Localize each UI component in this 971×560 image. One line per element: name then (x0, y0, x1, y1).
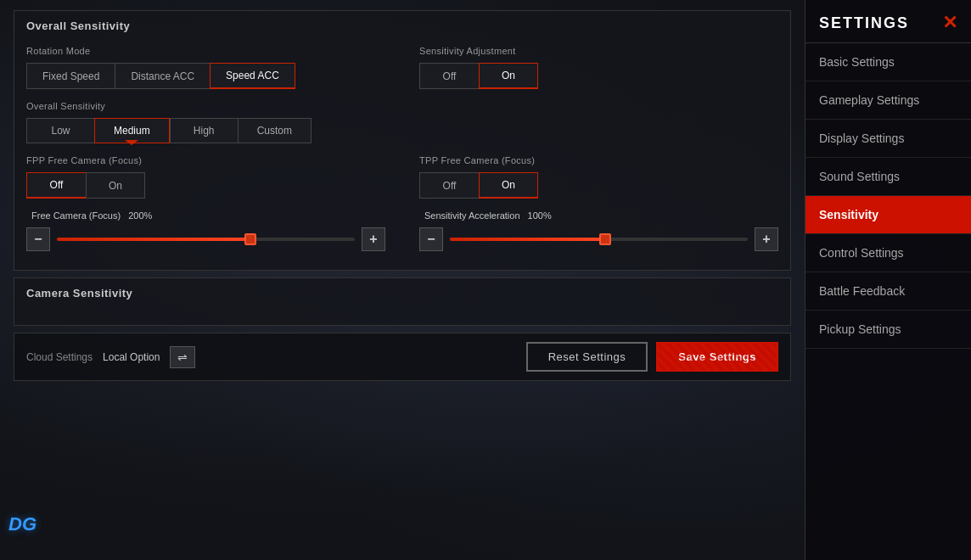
reset-settings-button[interactable]: Reset Settings (526, 342, 648, 372)
sidebar-label-pickup-settings: Pickup Settings (819, 322, 901, 336)
sidebar-item-sound-settings[interactable]: Sound Settings (805, 158, 971, 196)
fpp-on-btn[interactable]: On (86, 172, 145, 199)
sidebar-header: SETTINGS ✕ (805, 0, 971, 43)
sensitivity-acc-fill (450, 238, 605, 241)
sensitivity-level-label: Overall Sensitivity (26, 101, 385, 111)
main-container: Overall Sensitivity Rotation Mode Fixed … (0, 0, 971, 560)
sidebar-label-control-settings: Control Settings (819, 246, 904, 260)
sidebar-label-battle-feedback: Battle Feedback (819, 284, 905, 298)
sidebar-item-battle-feedback[interactable]: Battle Feedback (805, 272, 971, 311)
save-settings-button[interactable]: Save Settings (656, 342, 778, 372)
row-rotation-sensitivity: Rotation Mode Fixed Speed Distance ACC S… (26, 46, 778, 89)
fpp-camera-label: FPP Free Camera (Focus) (26, 155, 385, 165)
overall-sensitivity-title: Overall Sensitivity (26, 20, 778, 36)
free-camera-decrease-btn[interactable]: − (26, 227, 50, 251)
free-camera-slider-control: − + (26, 227, 385, 251)
free-camera-thumb[interactable] (244, 233, 256, 245)
sidebar-label-display-settings: Display Settings (819, 132, 904, 145)
camera-sensitivity-panel: Camera Sensitivity (14, 277, 791, 326)
sidebar-label-sound-settings: Sound Settings (819, 170, 900, 183)
custom-btn[interactable]: Custom (238, 118, 312, 143)
rotation-mode-label: Rotation Mode (26, 46, 385, 56)
fpp-off-btn[interactable]: Off (26, 172, 86, 199)
free-camera-track[interactable] (57, 238, 355, 241)
high-btn[interactable]: High (170, 118, 238, 143)
low-btn[interactable]: Low (26, 118, 94, 143)
tpp-camera-buttons: Off On (419, 172, 778, 199)
cloud-settings-group: Cloud Settings Local Option ⇌ (26, 346, 195, 368)
sensitivity-adjustment-buttons: Off On (419, 63, 778, 89)
transfer-icon-btn[interactable]: ⇌ (170, 346, 195, 368)
settings-title: SETTINGS (819, 14, 909, 32)
sensitivity-acc-track[interactable] (450, 238, 748, 241)
overall-sensitivity-panel: Overall Sensitivity Rotation Mode Fixed … (14, 10, 791, 271)
cloud-settings-label: Cloud Settings (26, 351, 93, 363)
content-area: Overall Sensitivity Rotation Mode Fixed … (0, 0, 805, 560)
sensitivity-adj-off-btn[interactable]: Off (419, 63, 479, 89)
sensitivity-acc-thumb[interactable] (599, 233, 611, 245)
medium-btn[interactable]: Medium (94, 118, 170, 143)
sensitivity-level-group: Overall Sensitivity Low Medium High Cust… (26, 101, 385, 143)
row-overall-sensitivity: Overall Sensitivity Low Medium High Cust… (26, 101, 778, 143)
sidebar-label-gameplay-settings: Gameplay Settings (819, 93, 919, 107)
sensitivity-level-buttons: Low Medium High Custom (26, 118, 385, 143)
free-camera-increase-btn[interactable]: + (362, 227, 385, 251)
speed-acc-btn[interactable]: Speed ACC (210, 63, 295, 89)
sidebar-item-basic-settings[interactable]: Basic Settings (805, 43, 971, 81)
sensitivity-acc-decrease-btn[interactable]: − (419, 227, 443, 251)
tpp-on-btn[interactable]: On (479, 172, 538, 199)
sensitivity-acc-slider-label: Sensitivity Acceleration 100% (419, 210, 778, 221)
close-button[interactable]: ✕ (942, 12, 957, 34)
fixed-speed-btn[interactable]: Fixed Speed (26, 63, 115, 89)
camera-sensitivity-title: Camera Sensitivity (26, 287, 778, 303)
sidebar-item-gameplay-settings[interactable]: Gameplay Settings (805, 81, 971, 120)
sidebar-label-sensitivity: Sensitivity (819, 208, 878, 221)
sensitivity-acc-slider-group: Sensitivity Acceleration 100% − + (419, 210, 778, 251)
tpp-camera-group: TPP Free Camera (Focus) Off On (419, 155, 778, 199)
logo: DG (8, 513, 59, 552)
free-camera-fill (57, 238, 250, 241)
fpp-camera-group: FPP Free Camera (Focus) Off On (26, 155, 385, 199)
action-buttons: Reset Settings Save Settings (526, 342, 778, 372)
sidebar-item-sensitivity[interactable]: Sensitivity (805, 196, 971, 234)
tpp-camera-label: TPP Free Camera (Focus) (419, 155, 778, 165)
sensitivity-adj-on-btn[interactable]: On (479, 63, 538, 89)
empty-group (419, 101, 778, 143)
sidebar-label-basic-settings: Basic Settings (819, 55, 895, 69)
logo-text: DG (8, 513, 36, 535)
sensitivity-acc-slider-control: − + (419, 227, 778, 251)
sidebar-item-display-settings[interactable]: Display Settings (805, 120, 971, 158)
local-option-label: Local Option (103, 351, 160, 363)
row-camera-toggle: FPP Free Camera (Focus) Off On TPP Free … (26, 155, 778, 199)
sensitivity-adjustment-group: Sensitivity Adjustment Off On (419, 46, 778, 89)
sidebar-item-pickup-settings[interactable]: Pickup Settings (805, 311, 971, 349)
fpp-camera-buttons: Off On (26, 172, 385, 199)
sidebar-item-control-settings[interactable]: Control Settings (805, 234, 971, 272)
bottom-bar: Cloud Settings Local Option ⇌ Reset Sett… (14, 333, 791, 381)
sensitivity-acc-increase-btn[interactable]: + (755, 227, 778, 251)
free-camera-slider-label: Free Camera (Focus) 200% (26, 210, 385, 221)
free-camera-slider-group: Free Camera (Focus) 200% − + (26, 210, 385, 251)
distance-acc-btn[interactable]: Distance ACC (115, 63, 210, 89)
tpp-off-btn[interactable]: Off (419, 172, 479, 199)
row-sliders: Free Camera (Focus) 200% − + Sensi (26, 210, 778, 251)
sensitivity-adjustment-label: Sensitivity Adjustment (419, 46, 778, 56)
rotation-mode-buttons: Fixed Speed Distance ACC Speed ACC (26, 63, 385, 89)
rotation-mode-group: Rotation Mode Fixed Speed Distance ACC S… (26, 46, 385, 89)
sidebar: SETTINGS ✕ Basic Settings Gameplay Setti… (805, 0, 971, 560)
